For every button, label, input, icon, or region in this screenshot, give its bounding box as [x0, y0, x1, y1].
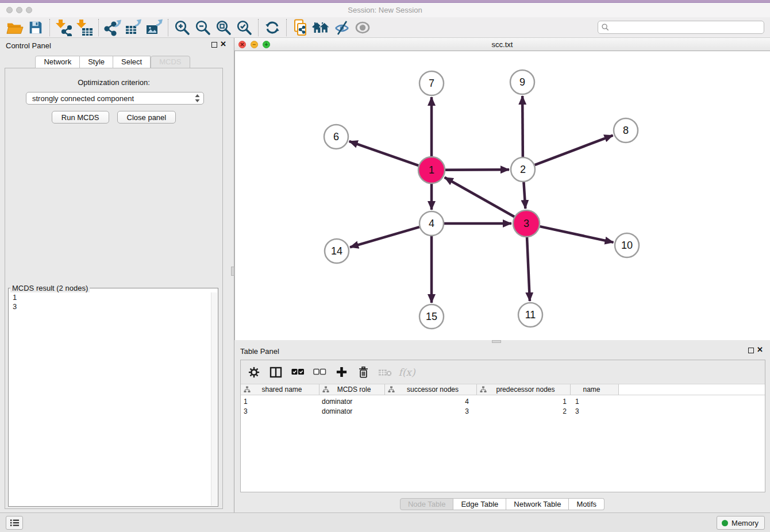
graph-node-4[interactable]: 4 — [419, 211, 444, 236]
graph-node-10[interactable]: 10 — [615, 233, 639, 257]
table-cell[interactable]: 3 — [241, 407, 319, 416]
task-history-button[interactable] — [6, 516, 23, 530]
graph-node-7[interactable]: 7 — [419, 71, 444, 95]
graph-edge-1-2[interactable] — [445, 169, 509, 170]
table-tabs: Node Table Edge Table Network Table Moti… — [234, 498, 770, 510]
graph-node-11[interactable]: 11 — [518, 303, 542, 327]
graph-node-3[interactable]: 3 — [513, 210, 540, 237]
close-panel-button[interactable]: Close panel — [117, 111, 176, 124]
export-image-button[interactable] — [144, 18, 164, 37]
table-row[interactable]: 3dominator323 — [241, 407, 765, 416]
copy-network-button[interactable] — [290, 18, 311, 37]
import-table-button[interactable] — [74, 18, 95, 37]
tab-motifs[interactable]: Motifs — [569, 498, 605, 510]
show-panels-button[interactable] — [352, 18, 373, 37]
deselect-all-button[interactable] — [312, 365, 327, 380]
table-cell[interactable]: dominator — [319, 407, 385, 416]
run-mcds-button[interactable]: Run MCDS — [52, 111, 109, 124]
add-column-button[interactable] — [334, 365, 349, 380]
float-panel-icon[interactable] — [211, 42, 217, 48]
graph-node-9[interactable]: 9 — [510, 70, 534, 94]
export-network-button[interactable] — [102, 18, 123, 37]
attribute-tree-icon — [480, 386, 487, 393]
table-settings-button[interactable] — [247, 365, 261, 380]
tab-mcds[interactable]: MCDS — [151, 56, 190, 68]
tab-node-table[interactable]: Node Table — [400, 498, 454, 510]
graph-edge-3-11[interactable] — [527, 237, 530, 301]
zoom-fit-button[interactable] — [213, 18, 234, 37]
eye-slash-icon — [333, 19, 351, 36]
node-table-container: f(x) shared nameMCDS rolesuccessor nodes… — [240, 360, 765, 492]
graph-edge-2-9[interactable] — [522, 96, 523, 157]
export-network-icon — [104, 19, 121, 36]
table-row[interactable]: 1dominator411 — [241, 397, 765, 406]
mcds-panel: Optimization criterion: strongly connect… — [5, 68, 223, 509]
tab-network[interactable]: Network — [35, 56, 80, 68]
mcds-result-list[interactable]: 1 3 — [9, 292, 210, 506]
hide-panels-button[interactable] — [332, 18, 352, 37]
network-canvas[interactable]: 7968124314101511 — [234, 51, 770, 340]
graph-edge-2-3[interactable] — [523, 182, 525, 209]
search-input[interactable] — [610, 22, 764, 33]
network-title: scc.txt — [234, 40, 770, 49]
tab-select[interactable]: Select — [113, 56, 151, 68]
table-cell[interactable]: 3 — [571, 407, 619, 416]
column-header-shared-name[interactable]: shared name — [241, 384, 319, 395]
close-panel-icon[interactable]: ✕ — [757, 346, 763, 354]
svg-text:1: 1 — [429, 164, 434, 176]
workspace: ✕ − + scc.txt 7968124314101511 Table Pan… — [234, 38, 770, 512]
column-header-predecessor-nodes[interactable]: predecessor nodes — [477, 384, 571, 395]
tab-style[interactable]: Style — [80, 56, 113, 68]
zoom-out-button[interactable] — [192, 18, 213, 37]
svg-text:7: 7 — [429, 78, 434, 89]
table-cell[interactable]: 3 — [385, 407, 477, 416]
graph-edge-4-14[interactable] — [350, 227, 419, 247]
tab-network-table[interactable]: Network Table — [506, 498, 569, 510]
graph-edge-3-10[interactable] — [540, 226, 613, 242]
graph-node-1[interactable]: 1 — [418, 157, 445, 183]
graph-edge-2-8[interactable] — [535, 136, 613, 165]
import-network-button[interactable] — [53, 18, 74, 37]
graph-node-8[interactable]: 8 — [614, 118, 638, 142]
open-session-button[interactable] — [5, 18, 25, 37]
zoom-in-button[interactable] — [172, 18, 192, 37]
delete-column-button[interactable] — [356, 365, 371, 380]
graph-edge-1-6[interactable] — [349, 141, 419, 165]
column-header-successor-nodes[interactable]: successor nodes — [385, 384, 477, 395]
table-cell[interactable]: dominator — [319, 397, 385, 406]
table-cell[interactable]: 1 — [241, 397, 319, 406]
column-visibility-button[interactable] — [268, 365, 283, 380]
memory-button[interactable]: Memory — [717, 516, 765, 530]
close-panel-icon[interactable]: ✕ — [220, 40, 226, 48]
graph-node-6[interactable]: 6 — [324, 125, 348, 149]
refresh-view-button[interactable] — [262, 18, 283, 37]
attribute-tree-icon — [322, 386, 329, 393]
table-cell[interactable]: 1 — [477, 397, 571, 406]
select-all-button[interactable] — [290, 365, 305, 380]
graph-node-2[interactable]: 2 — [511, 157, 535, 182]
column-header-name[interactable]: name — [571, 384, 619, 395]
search-box — [598, 21, 764, 34]
zoom-selected-button[interactable] — [234, 18, 255, 37]
export-table-button[interactable] — [123, 18, 144, 37]
go-home-button[interactable] — [311, 18, 332, 37]
table-cell[interactable]: 2 — [477, 407, 571, 416]
save-session-button[interactable] — [25, 18, 46, 37]
control-panel-header: Control Panel ✕ — [0, 38, 231, 53]
toolbar-separator — [98, 19, 99, 36]
float-panel-icon[interactable] — [748, 348, 754, 353]
graph-node-14[interactable]: 14 — [325, 239, 349, 263]
table-cell[interactable]: 1 — [571, 397, 619, 406]
graph-edge-3-1[interactable] — [445, 178, 514, 217]
apply-function-button[interactable]: f(x) — [399, 365, 414, 380]
criterion-dropdown[interactable]: strongly connected component — [26, 92, 204, 105]
tab-edge-table[interactable]: Edge Table — [453, 498, 506, 510]
memory-label: Memory — [732, 519, 759, 527]
table-cell[interactable]: 4 — [385, 397, 477, 406]
main-area: Control Panel ✕ Network Style Select MCD… — [0, 38, 770, 512]
save-icon — [28, 20, 44, 36]
column-header-mcds-role[interactable]: MCDS role — [319, 384, 385, 395]
result-scrollbar[interactable] — [211, 292, 217, 506]
graph-node-15[interactable]: 15 — [419, 304, 444, 329]
delete-table-button[interactable] — [378, 365, 392, 380]
